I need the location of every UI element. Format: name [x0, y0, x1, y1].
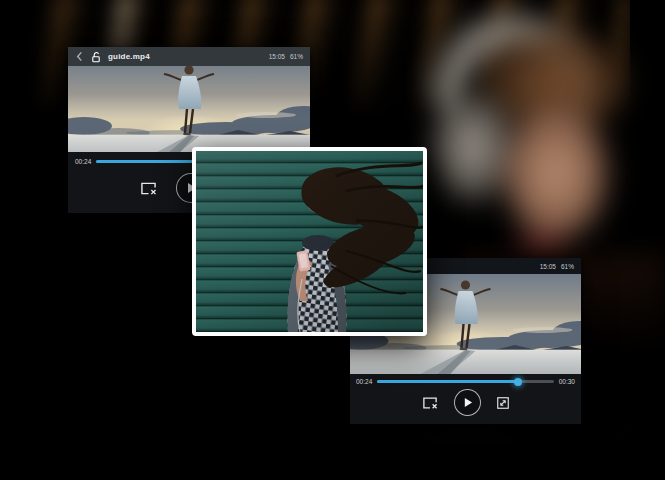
- status-battery: 61%: [290, 53, 303, 60]
- play-icon: [463, 397, 473, 408]
- player2-control-panel: 00:24 00:30: [350, 374, 581, 424]
- video-filename: guide.mp4: [108, 52, 150, 61]
- back-icon[interactable]: [75, 51, 84, 62]
- promo-canvas: guide.mp4 15:05 61% 00:24 00:30: [0, 0, 665, 480]
- play-button[interactable]: [454, 389, 481, 416]
- player2-controls: [350, 387, 581, 424]
- total-time-label: 00:30: [559, 378, 575, 385]
- player1-header-bar: guide.mp4 15:05 61%: [68, 47, 310, 66]
- current-time-label: 00:24: [75, 158, 91, 165]
- unlocked-padlock-icon[interactable]: [90, 51, 102, 63]
- player1-video-frame[interactable]: [68, 66, 310, 152]
- player2-status: 15:05 61%: [540, 263, 574, 270]
- seek-bar[interactable]: [377, 380, 553, 383]
- status-clock: 15:05: [269, 53, 285, 60]
- photo-vignette: [196, 151, 423, 332]
- player2-progress-row: 00:24 00:30: [350, 374, 581, 387]
- screen-off-icon: [421, 396, 439, 410]
- current-time-label: 00:24: [356, 378, 372, 385]
- player1-status: 15:05 61%: [269, 53, 303, 60]
- beach-video-still: [68, 66, 310, 152]
- seek-bar-thumb[interactable]: [514, 378, 522, 386]
- teal-wall-photo: [196, 151, 423, 332]
- seek-bar-fill: [377, 380, 518, 383]
- screen-off-icon: [139, 181, 158, 196]
- screen-off-button[interactable]: [139, 181, 158, 196]
- status-clock: 15:05: [540, 263, 556, 270]
- screen-off-button[interactable]: [421, 396, 439, 410]
- framed-photo-card: [192, 147, 427, 336]
- status-battery: 61%: [561, 263, 574, 270]
- fullscreen-button[interactable]: [496, 396, 510, 410]
- fullscreen-expand-icon: [496, 396, 510, 410]
